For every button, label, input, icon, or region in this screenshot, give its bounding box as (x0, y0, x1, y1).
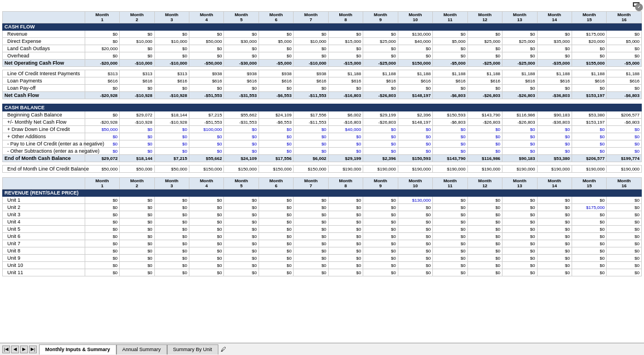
cash-balance-table: CASH BALANCEBeginning Cash Balance$0$29,… (2, 104, 642, 173)
revenue-unit-row: Unit 4$0$0$0$0$0$0$0$0$0$0$0$0$0$0$0$0 (3, 218, 642, 226)
revenue-unit-row: Unit 9$0$0$0$0$0$0$0$0$0$0$0$0$0$0$0$0 (3, 255, 642, 262)
cash-balance-section-header: CASH BALANCE (3, 104, 642, 111)
cash-flow-section-header: CASH FLOW (3, 23, 642, 31)
revenue-unit-row: Unit 2$0$0$0$0$0$0$0$0$0$0$0$0$0$0$175,0… (3, 204, 642, 211)
cash-flow-row: Loan Payments$616$616$616$616$616$616$61… (3, 77, 642, 85)
top-bar: ✓ (0, 0, 644, 8)
cash-balance-row: - Other Subtractions (enter as a negativ… (3, 148, 642, 155)
revenue-unit-row: Unit 6$0$0$0$0$0$0$0$0$0$0$0$0$0$0$0$0 (3, 233, 642, 240)
cash-balance-row: +/- Monthly Net Cash Flow-$20,928-$10,92… (3, 119, 642, 126)
logo-box: ✓ (633, 2, 640, 7)
main-content: Month1 Month2 Month3 Month4 Month5 Month… (0, 11, 644, 276)
revenue-unit-row: Unit 1$0$0$0$0$0$0$0$0$0$130,000$0$0$0$0… (3, 197, 642, 204)
cash-balance-row: End of Month Cash Balance$29,072$18,144$… (3, 155, 642, 162)
cash-flow-row: Revenue$0$0$0$0$0$0$0$0$0$130,000$0$0$0$… (3, 31, 642, 38)
revenue-unit-row: Unit 3$0$0$0$0$0$0$0$0$0$0$0$0$0$0$0$0 (3, 211, 642, 218)
revenue-unit-row: Unit 10$0$0$0$0$0$0$0$0$0$0$0$0$0$0$0$0 (3, 262, 642, 269)
logo-area: ✓ (595, 2, 640, 7)
revenue-unit-row: Unit 7$0$0$0$0$0$0$0$0$0$0$0$0$0$0$0$0 (3, 240, 642, 247)
month-header-row: Month1 Month2 Month3 Month4 Month5 Month… (3, 12, 642, 23)
cash-balance-row: + Other Additions$0$0$0$0$0$0$0$0$0$0$0$… (3, 133, 642, 140)
revenue-header-row: Month1 Month2 Month3 Month4 Month5 Month… (3, 178, 642, 189)
cash-balance-row: + Draw Down Line Of Credit$50,000$0$0$10… (3, 126, 642, 133)
cash-flow-row: Line Of Credit Interest Payments$313$313… (3, 70, 642, 77)
cash-balance-row: End of Month Line Of Credit Balance$50,0… (3, 166, 642, 173)
cash-flow-row: Direct Expense$0$10,000$10,000$50,000$30… (3, 38, 642, 45)
revenue-section-header: REVENUE (RENT/SALE PRICE) (3, 189, 642, 197)
revenue-unit-row: Unit 8$0$0$0$0$0$0$0$0$0$0$0$0$0$0$0$0 (3, 247, 642, 255)
revenue-unit-row: Unit 5$0$0$0$0$0$0$0$0$0$0$0$0$0$0$0$0 (3, 226, 642, 233)
cash-flow-row: Net Cash Flow-$20,928-$10,928-$10,928-$5… (3, 92, 642, 99)
revenue-table: Month1 Month2 Month3 Month4 Month5 Month… (2, 177, 642, 276)
empty-header (3, 12, 85, 23)
cash-flow-row: Land Cash Outlays$20,000$0$0$0$0$0$0$0$0… (3, 45, 642, 52)
revenue-unit-row: Unit 11$0$0$0$0$0$0$0$0$0$0$0$0$0$0$0$0 (3, 269, 642, 276)
cash-flow-row: Loan Pay-off$0$0$0$0$0$0$0$0$0$0$0$0$0$0… (3, 85, 642, 92)
cash-flow-row: Overhead$0$0$0$0$0$0$0$0$0$0$0$0$0$0$0$0 (3, 52, 642, 60)
cash-flow-table: Month1 Month2 Month3 Month4 Month5 Month… (2, 11, 642, 99)
cash-balance-row: - Pay to Line Of Credit (enter as a nega… (3, 140, 642, 148)
cash-balance-row: Beginning Cash Balance$0$29,072$18,144$7… (3, 111, 642, 119)
cash-flow-row: Net Operating Cash Flow-$20,000-$10,000-… (3, 60, 642, 67)
